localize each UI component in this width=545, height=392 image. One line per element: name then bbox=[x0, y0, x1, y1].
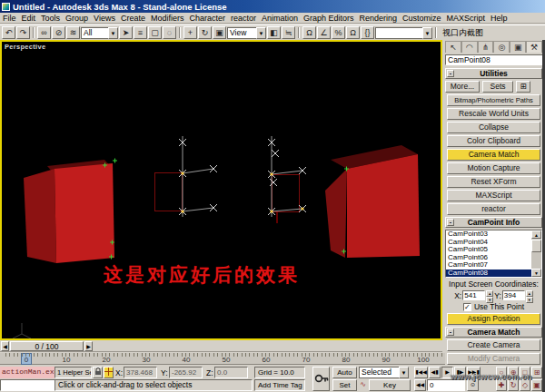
key-mode-toggle-icon[interactable]: ◀◀ bbox=[414, 379, 426, 391]
set-key-button[interactable]: Set Key bbox=[332, 379, 357, 391]
menu-create[interactable]: Create bbox=[118, 14, 148, 23]
menu-character[interactable]: Character bbox=[186, 14, 228, 23]
collapse-minus-icon[interactable]: - bbox=[447, 70, 454, 77]
named-selection-icon[interactable]: {} bbox=[361, 26, 374, 39]
chevron-down-icon[interactable]: ▼ bbox=[108, 27, 118, 39]
window-crossing-icon[interactable]: ◌ bbox=[163, 26, 176, 39]
object-name-field[interactable] bbox=[445, 54, 545, 65]
bind-spacewarp-icon[interactable]: ≋ bbox=[66, 26, 80, 39]
percent-snap-icon[interactable]: % bbox=[332, 26, 345, 39]
select-scale-icon[interactable]: ▣ bbox=[213, 26, 226, 39]
menu-edit[interactable]: Edit bbox=[19, 14, 39, 23]
track-bar[interactable]: 0 10 20 30 40 50 60 70 80 90 100 bbox=[0, 353, 445, 365]
min-max-toggle-icon[interactable]: ▣ bbox=[531, 379, 542, 391]
menu-modifiers[interactable]: Modifiers bbox=[148, 14, 187, 23]
menu-customize[interactable]: Customize bbox=[400, 14, 444, 23]
zoom-icon[interactable]: ○ bbox=[496, 367, 507, 378]
redo-icon[interactable]: ↷ bbox=[16, 26, 30, 39]
collapse-button[interactable]: Collapse bbox=[447, 122, 540, 133]
reset-xform-button[interactable]: Reset XForm bbox=[447, 176, 540, 188]
select-by-name-icon[interactable]: ≡ bbox=[134, 26, 147, 39]
menu-graph-editors[interactable]: Graph Editors bbox=[301, 14, 357, 23]
key-tangent-icon[interactable]: ∿ bbox=[358, 379, 368, 391]
screen-y-field[interactable] bbox=[502, 290, 525, 300]
selection-filter-dropdown[interactable]: All ▼ bbox=[81, 27, 118, 39]
chevron-down-icon[interactable]: ▼ bbox=[422, 27, 432, 39]
previous-frame-icon[interactable]: ◀▮ bbox=[429, 367, 441, 378]
title-bar[interactable]: Untitled - Autodesk 3ds Max 8 - Stand-al… bbox=[0, 0, 545, 13]
pan-icon[interactable]: ✚ bbox=[496, 379, 507, 391]
hierarchy-tab-icon[interactable]: ⋔ bbox=[478, 41, 494, 53]
zoom-all-icon[interactable]: ⊕ bbox=[508, 367, 519, 378]
slider-left-icon[interactable]: ◀ bbox=[1, 341, 9, 351]
motion-capture-button[interactable]: Motion Capture bbox=[447, 162, 540, 174]
spinner-down-icon[interactable]: ▼ bbox=[526, 297, 533, 303]
modify-tab-icon[interactable]: ◠ bbox=[461, 41, 478, 53]
select-move-icon[interactable]: + bbox=[183, 26, 197, 39]
menu-group[interactable]: Group bbox=[63, 14, 91, 23]
list-scrollbar[interactable]: ▲ ▼ bbox=[531, 230, 541, 277]
spinner-up-icon[interactable]: ▲ bbox=[526, 290, 533, 297]
assign-position-button[interactable]: Assign Position bbox=[447, 313, 540, 325]
zoom-extents-icon[interactable]: □ bbox=[520, 367, 530, 378]
bitmap-photometric-paths-button[interactable]: Bitmap/Photometric Paths bbox=[447, 94, 540, 106]
angle-snap-icon[interactable]: ∠ bbox=[317, 26, 331, 39]
time-slider-handle[interactable]: 0 / 100 bbox=[10, 341, 84, 351]
create-camera-button[interactable]: Create Camera bbox=[447, 339, 540, 351]
add-time-tag[interactable]: Add Time Tag bbox=[254, 379, 305, 391]
key-filters-button[interactable]: Key Filters... bbox=[369, 379, 411, 391]
time-slider[interactable]: ◀ 0 / 100 ▶ bbox=[0, 340, 442, 352]
utilities-tab-icon[interactable]: ⚒ bbox=[526, 41, 542, 53]
maxscript-button[interactable]: MAXScript bbox=[447, 190, 540, 201]
mirror-icon[interactable]: ◧ bbox=[267, 26, 281, 39]
menu-file[interactable]: File bbox=[0, 14, 19, 23]
menu-help[interactable]: Help bbox=[488, 14, 510, 23]
scroll-thumb[interactable] bbox=[531, 240, 541, 252]
select-object-icon[interactable]: ➤ bbox=[119, 26, 133, 39]
chevron-down-icon[interactable]: ▼ bbox=[256, 27, 266, 39]
next-frame-icon[interactable]: ▮▶ bbox=[454, 367, 466, 378]
field-of-view-icon[interactable]: ◇ bbox=[520, 379, 530, 391]
display-tab-icon[interactable]: ▣ bbox=[510, 41, 526, 53]
selection-lock-icon[interactable] bbox=[93, 367, 103, 378]
auto-key-button[interactable]: Auto Key bbox=[332, 367, 357, 378]
coord-z-value[interactable]: 0.0 bbox=[214, 367, 248, 378]
reactor-button[interactable]: reactor bbox=[447, 203, 540, 215]
menu-rendering[interactable]: Rendering bbox=[357, 14, 401, 23]
current-frame-field[interactable] bbox=[427, 379, 465, 391]
motion-tab-icon[interactable]: ◎ bbox=[493, 41, 510, 53]
select-rotate-icon[interactable]: ↻ bbox=[198, 26, 212, 39]
zoom-extents-all-icon[interactable]: ⊞ bbox=[531, 367, 542, 378]
spinner-snap-icon[interactable]: Ω bbox=[346, 26, 360, 39]
menu-maxscript[interactable]: MAXScript bbox=[444, 14, 489, 23]
slider-right-icon[interactable]: ▶ bbox=[84, 341, 93, 351]
undo-icon[interactable]: ↶ bbox=[2, 26, 15, 39]
configure-button-sets-icon[interactable]: ⊞ bbox=[516, 81, 530, 93]
play-icon[interactable]: ▶ bbox=[441, 367, 453, 378]
arc-rotate-icon[interactable]: ↻ bbox=[508, 379, 519, 391]
go-to-start-icon[interactable]: ▮◀◀ bbox=[414, 367, 428, 378]
absolute-mode-transform-icon[interactable] bbox=[104, 367, 114, 378]
select-link-icon[interactable]: ∞ bbox=[37, 26, 51, 39]
menu-views[interactable]: Views bbox=[91, 14, 118, 23]
spinner-up-icon[interactable]: ▲ bbox=[486, 290, 493, 297]
unlink-icon[interactable]: ⊘ bbox=[52, 26, 65, 39]
scroll-up-icon[interactable]: ▲ bbox=[531, 230, 541, 239]
list-item-selected[interactable]: CamPoint08 bbox=[446, 270, 531, 277]
collapse-minus-icon[interactable]: - bbox=[447, 328, 454, 336]
more-button[interactable]: More... bbox=[445, 81, 480, 93]
go-to-end-icon[interactable]: ▶▶▮ bbox=[467, 367, 481, 378]
campoint-info-rollout-header[interactable]: - CamPoint Info bbox=[445, 217, 542, 228]
utilities-rollout-header[interactable]: - Utilities bbox=[445, 68, 542, 79]
collapse-minus-icon[interactable]: - bbox=[447, 219, 454, 226]
camera-match-rollout-header[interactable]: - Camera Match bbox=[445, 327, 542, 338]
coord-y-value[interactable]: -265.92 bbox=[169, 367, 203, 378]
menu-animation[interactable]: Animation bbox=[259, 14, 301, 23]
rescale-world-units-button[interactable]: Rescale World Units bbox=[447, 108, 540, 120]
rect-selection-region-icon[interactable]: ▢ bbox=[148, 26, 162, 39]
menu-reactor[interactable]: reactor bbox=[228, 14, 259, 23]
camera-match-button[interactable]: Camera Match bbox=[447, 149, 540, 161]
menu-tools[interactable]: Tools bbox=[38, 14, 63, 23]
color-clipboard-button[interactable]: Color Clipboard bbox=[447, 135, 540, 147]
chevron-down-icon[interactable]: ▼ bbox=[399, 367, 409, 378]
